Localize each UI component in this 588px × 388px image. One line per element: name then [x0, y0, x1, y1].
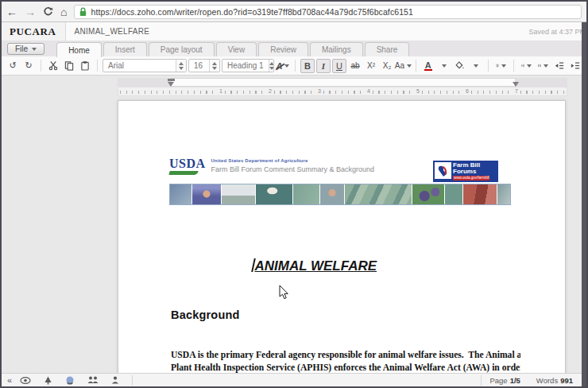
photo-segment: [293, 184, 319, 204]
tab-review[interactable]: Review: [258, 42, 308, 56]
vertical-scrollbar[interactable]: [582, 22, 586, 386]
collaborators-icon[interactable]: [87, 376, 99, 384]
paste-button[interactable]: [78, 59, 92, 73]
format-painter-icon: A: [277, 61, 283, 71]
usda-logo: USDA: [169, 158, 206, 175]
editor-workspace: 1 2 3 4 5 6 7 USDA United States Departm…: [2, 76, 586, 373]
paragraph-style-value: Heading 1: [222, 60, 269, 72]
body-paragraph[interactable]: USDA is the primary Federal agency respo…: [171, 349, 520, 373]
first-line-indent-marker[interactable]: [168, 79, 175, 81]
file-menu-button[interactable]: File: [7, 43, 44, 55]
copy-icon: [64, 60, 74, 71]
highlight-color-dropdown[interactable]: [469, 59, 483, 73]
ruler-number: 2: [268, 88, 273, 94]
back-icon[interactable]: ←: [6, 6, 17, 17]
word-count: Words 991: [528, 376, 581, 385]
body-line-1: USDA is the primary Federal agency respo…: [171, 349, 520, 362]
view-eye-icon[interactable]: [20, 377, 31, 384]
photo-segment: [320, 184, 344, 204]
collapse-panel-icon[interactable]: «: [7, 375, 12, 385]
stepper-icon[interactable]: [176, 60, 186, 72]
tab-mailings[interactable]: Mailings: [310, 42, 363, 56]
align-button[interactable]: [493, 59, 509, 73]
bold-button[interactable]: B: [300, 59, 315, 73]
ruler-number: 3: [317, 88, 322, 94]
bell-icon[interactable]: [44, 376, 52, 385]
chevron-down-icon: [407, 64, 412, 68]
redo-button[interactable]: ↻: [21, 59, 36, 73]
photo-collage-banner[interactable]: [169, 184, 511, 205]
photo-segment: [256, 184, 292, 204]
user-icon[interactable]: [111, 376, 119, 384]
increase-indent-button[interactable]: [568, 59, 582, 73]
undo-button[interactable]: ↺: [6, 59, 20, 73]
stepper-icon[interactable]: [209, 60, 219, 72]
document-heading-title[interactable]: ANIMAL WELFARE: [169, 258, 460, 274]
brand-logo[interactable]: PUCARA: [2, 22, 66, 41]
font-size-value: 16: [189, 60, 209, 72]
photo-segment: [222, 184, 255, 204]
refresh-icon[interactable]: [43, 6, 53, 17]
tab-insert[interactable]: Insert: [103, 42, 147, 56]
change-case-button[interactable]: Aa: [396, 59, 411, 73]
numbered-list-icon: [538, 61, 541, 70]
font-family-select[interactable]: Arial: [103, 59, 187, 72]
usda-logo-text: USDA: [169, 158, 206, 169]
words-value: 991: [560, 376, 573, 385]
body-line-2: Plant Health Inspection Service (APHIS) …: [171, 362, 520, 374]
underline-button[interactable]: U: [332, 59, 346, 73]
copy-button[interactable]: [62, 59, 76, 73]
globe-chat-icon[interactable]: [65, 376, 75, 385]
bullet-list-button[interactable]: [519, 59, 534, 73]
toolbar-separator: [488, 60, 489, 72]
ruler-number: 5: [416, 88, 420, 94]
font-color-button[interactable]: A: [421, 59, 435, 73]
highlight-color-button[interactable]: [453, 59, 467, 73]
formatting-toolbar: ↺ ↻ Arial 16 Heading 1 A B I: [2, 56, 586, 76]
numbered-list-button[interactable]: [536, 59, 551, 73]
tab-page-layout[interactable]: Page layout: [149, 42, 215, 56]
document-title[interactable]: ANIMAL_WELFARE: [66, 27, 149, 36]
italic-button[interactable]: I: [316, 59, 331, 73]
indent-icon: [571, 61, 580, 70]
ruler-number: 7: [514, 88, 519, 94]
url-text: https://docs.zoho.com/writer/ropen.do?ri…: [91, 7, 413, 17]
page-indicator: Page 1/5: [482, 376, 528, 385]
font-size-select[interactable]: 16: [188, 59, 220, 72]
paragraph-style-select[interactable]: Heading 1: [222, 59, 274, 72]
photo-segment: [497, 184, 510, 204]
usda-department-line: United States Department of Agriculture: [211, 158, 375, 163]
change-case-label: Aa: [395, 61, 404, 70]
chevron-down-icon: [442, 64, 447, 68]
font-family-value: Arial: [103, 60, 176, 72]
font-color-dropdown[interactable]: [437, 59, 451, 73]
chevron-down-icon: [527, 64, 532, 68]
horizontal-ruler[interactable]: 1 2 3 4 5 6 7: [118, 87, 567, 96]
tab-share[interactable]: Share: [365, 42, 410, 56]
decrease-indent-button[interactable]: [552, 59, 567, 73]
toolbar-separator: [295, 60, 296, 72]
stepper-icon[interactable]: [269, 60, 274, 72]
format-painter-button[interactable]: A: [276, 59, 290, 73]
address-bar[interactable]: https://docs.zoho.com/writer/ropen.do?ri…: [74, 5, 582, 19]
paint-bucket-icon: [455, 60, 465, 71]
forward-icon[interactable]: →: [25, 6, 36, 17]
ruler-number: 1: [219, 88, 223, 94]
bullet-list-icon: [521, 61, 524, 70]
app-header: PUCARA ANIMAL_WELFARE Saved at 4:37 PM: [2, 22, 586, 41]
home-icon[interactable]: ⌂: [60, 6, 67, 17]
font-color-icon: A: [424, 61, 432, 71]
outdent-icon: [555, 61, 564, 70]
scissors-icon: [48, 60, 58, 71]
strikethrough-button[interactable]: ab: [348, 59, 362, 73]
paste-icon: [80, 60, 90, 71]
superscript-button[interactable]: X²: [364, 59, 378, 73]
section-heading[interactable]: Background: [171, 308, 240, 321]
statusbar-separator: [132, 375, 133, 386]
cut-button[interactable]: [46, 59, 60, 73]
subscript-button[interactable]: X₂: [380, 59, 394, 73]
tab-view[interactable]: View: [216, 42, 257, 56]
tab-home[interactable]: Home: [56, 42, 102, 57]
browser-window: ← → ⌂ https://docs.zoho.com/writer/ropen…: [0, 0, 588, 388]
toolbar-separator: [416, 60, 416, 72]
